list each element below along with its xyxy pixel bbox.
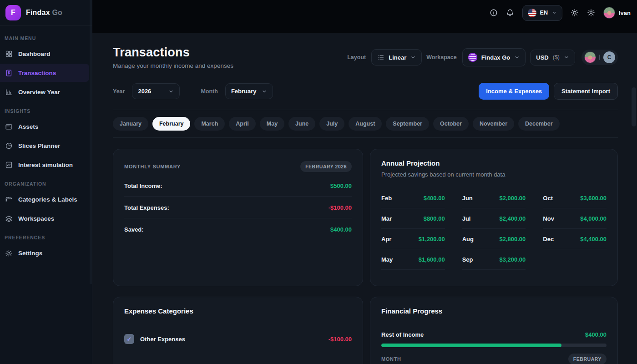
month-tab-july[interactable]: July <box>319 117 344 131</box>
projection-value: $3,200.00 <box>499 256 526 263</box>
user-name: Ivan <box>619 10 631 16</box>
projection-cell: Oct$3,600.00 <box>543 188 607 208</box>
projection-cell: Jul$2,400.00 <box>462 208 526 229</box>
topbar: EN Ivan <box>92 0 637 33</box>
workspace-select[interactable]: Findax Go <box>462 48 526 66</box>
currency-select[interactable]: USD ($) <box>530 50 575 66</box>
projection-value: $1,600.00 <box>419 256 445 263</box>
projection-value: $2,000.00 <box>499 195 526 202</box>
sidebar-item-slices-planner[interactable]: Slices Planner <box>0 136 89 155</box>
sidebar-item-label: Categories & Labels <box>18 196 77 203</box>
category-label: Other Expenses <box>140 336 329 343</box>
projection-value: $4,400.00 <box>580 236 607 243</box>
sidebar-item-label: Dashboard <box>18 51 51 57</box>
right-column: EN Ivan Transactions Manage your monthly… <box>92 0 637 364</box>
projection-month: Oct <box>543 195 553 202</box>
info-icon[interactable] <box>490 9 498 17</box>
month-tab-march[interactable]: March <box>194 117 225 131</box>
nav-section-main-menu: MAIN MENU <box>0 29 92 45</box>
financial-progress-card: Financial Progress Rest of Income $400.0… <box>370 297 618 364</box>
sidebar-nav: MAIN MENU Dashboard Transactions Overvie… <box>0 25 92 262</box>
month-label: Month <box>201 88 217 95</box>
statement-import-button[interactable]: Statement Import <box>554 83 618 100</box>
category-checkbox[interactable]: ✓ <box>124 334 134 344</box>
projection-cell: Aug$2,800.00 <box>462 229 526 249</box>
summary-row-income: Total Income: $500.00 <box>124 175 352 197</box>
layout-select[interactable]: Linear <box>371 49 422 66</box>
month-tab-december[interactable]: December <box>518 117 559 131</box>
month-tab-january[interactable]: January <box>113 117 148 131</box>
month-tab-october[interactable]: October <box>433 117 469 131</box>
projection-month: Aug <box>462 236 474 243</box>
financial-progress-title: Financial Progress <box>381 307 607 315</box>
layout-label: Layout <box>347 54 366 61</box>
month-tab-june[interactable]: June <box>288 117 315 131</box>
user-menu[interactable]: Ivan <box>603 7 631 19</box>
month-select[interactable]: February <box>225 83 273 99</box>
rest-of-income-label: Rest of Income <box>381 331 424 338</box>
projection-month: Sep <box>462 256 473 263</box>
sidebar-item-transactions[interactable]: Transactions <box>0 64 89 82</box>
projection-month: Dec <box>543 236 554 243</box>
sidebar-item-categories-labels[interactable]: Categories & Labels <box>0 190 89 208</box>
projection-month: Jul <box>462 215 471 222</box>
language-selector[interactable]: EN <box>522 5 562 21</box>
projection-column-1: Feb$400.00 Mar$800.00 Apr$1,200.00 May$1… <box>381 188 445 270</box>
projection-month: May <box>381 256 393 263</box>
month-tab-august[interactable]: August <box>349 117 382 131</box>
sidebar-item-assets[interactable]: Assets <box>0 117 89 136</box>
sidebar-item-workspaces[interactable]: Workspaces <box>0 209 89 228</box>
dashboard-grid-icon <box>5 50 13 58</box>
expenses-categories-title: Expenses Categories <box>124 307 352 315</box>
sidebar-item-interest-simulation[interactable]: Interest simulation <box>0 156 89 174</box>
year-select[interactable]: 2026 <box>132 83 180 99</box>
projection-value: $800.00 <box>424 215 445 222</box>
brand-name-secondary: Go <box>52 9 62 16</box>
pie-chart-icon <box>5 142 13 150</box>
month-tab-may[interactable]: May <box>260 117 284 131</box>
month-tab-november[interactable]: November <box>473 117 514 131</box>
projection-cell: May$1,600.00 <box>381 249 445 270</box>
nav-section-organization: ORGANIZATION <box>0 175 92 190</box>
member-avatar-letter: C <box>603 51 615 63</box>
workspace-flag-icon <box>468 53 477 62</box>
currency-value: USD <box>536 54 548 61</box>
vertical-scrollbar[interactable] <box>632 87 636 126</box>
chevron-down-icon <box>168 89 174 94</box>
summary-row-label: Total Income: <box>124 182 162 189</box>
income-expenses-button[interactable]: Income & Expenses <box>479 83 549 100</box>
sidebar-item-dashboard[interactable]: Dashboard <box>0 45 89 63</box>
projection-column-2: Jun$2,000.00 Jul$2,400.00 Aug$2,800.00 S… <box>462 188 526 270</box>
workspace-label: Workspace <box>426 54 456 61</box>
user-avatar <box>603 7 615 19</box>
projection-cell: Apr$1,200.00 <box>381 229 445 249</box>
bell-icon[interactable] <box>506 9 514 17</box>
projection-month: Apr <box>381 236 391 243</box>
month-tab-february[interactable]: February <box>152 117 191 131</box>
chevron-down-icon <box>410 55 416 60</box>
theme-sun-icon[interactable] <box>571 9 579 17</box>
settings-gear-icon[interactable] <box>587 9 595 17</box>
page-title: Transactions <box>113 46 233 60</box>
progress-track <box>381 344 607 347</box>
sidebar-item-settings[interactable]: Settings <box>0 244 89 262</box>
monthly-summary-title: MONTHLY SUMMARY <box>124 164 181 169</box>
checkmark-icon: ✓ <box>127 336 132 343</box>
layers-icon <box>5 214 13 222</box>
brand[interactable]: F Findax Go <box>0 0 92 25</box>
period-filters: Year 2026 Month February <box>113 83 273 99</box>
wallet-icon <box>5 122 13 131</box>
sidebar-item-overview-year[interactable]: Overview Year <box>0 83 89 101</box>
projection-cell: Sep$3,200.00 <box>462 249 526 270</box>
workspace-value: Findax Go <box>481 54 511 61</box>
month-tab-september[interactable]: September <box>386 117 429 131</box>
annual-projection-card: Annual Projection Projected savings base… <box>370 149 618 286</box>
month-tab-april[interactable]: April <box>229 117 255 131</box>
workspace-members[interactable]: C <box>581 50 618 65</box>
brand-logo-letter: F <box>11 9 15 17</box>
sidebar: F Findax Go MAIN MENU Dashboard Transact… <box>0 0 92 364</box>
summary-row-saved: Saved: $400.00 <box>124 218 352 240</box>
month-tabs: January February March April May June Ju… <box>113 110 618 138</box>
list-icon <box>377 54 384 61</box>
sidebar-item-label: Overview Year <box>18 89 60 96</box>
